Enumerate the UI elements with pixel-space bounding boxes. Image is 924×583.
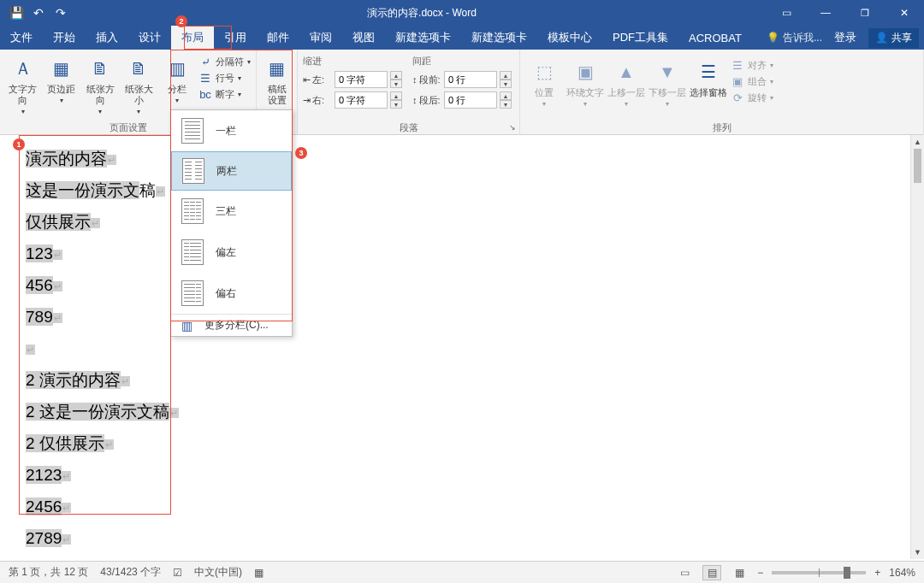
word-count[interactable]: 43/1423 个字 [100, 565, 161, 580]
text-line[interactable]: 演示的内容 [26, 555, 924, 559]
one-column-icon [181, 118, 204, 144]
print-layout-icon[interactable]: ▤ [702, 565, 721, 580]
language-status[interactable]: 中文(中国) [194, 565, 242, 580]
proofing-icon[interactable]: ☑ [173, 567, 182, 579]
line-numbers-button[interactable]: ☰行号 ▾ [198, 71, 251, 85]
tab-references[interactable]: 引用 [214, 26, 257, 50]
spin-down[interactable]: ▼ [500, 80, 512, 88]
three-column-icon [181, 198, 204, 224]
columns-button[interactable]: ▥分栏▾ [160, 51, 195, 104]
page-status[interactable]: 第 1 页，共 12 页 [9, 565, 88, 580]
text-line[interactable]: 123 [26, 244, 53, 262]
spin-up[interactable]: ▲ [390, 71, 402, 80]
document-area[interactable]: 演示的内容↵ 这是一份演示文稿↵ 仅供展示↵ 123↵ 456↵ 789↵ ↵ … [0, 135, 924, 559]
vertical-scrollbar[interactable]: ▲ ▼ [910, 135, 924, 559]
share-icon: 👤 [875, 32, 888, 44]
macro-icon[interactable]: ▦ [254, 567, 264, 579]
selection-pane-button[interactable]: ☰选择窗格 [690, 55, 727, 108]
tab-mailings[interactable]: 邮件 [257, 26, 299, 50]
indent-left-input[interactable] [335, 71, 388, 88]
columns-right[interactable]: 偏右 [171, 273, 292, 314]
selection-pane-icon: ☰ [695, 58, 722, 85]
ribbon-tab-bar: 文件 开始 插入 设计 布局 引用 邮件 审阅 视图 新建选项卡 新建选项卡 模… [0, 26, 924, 50]
zoom-slider[interactable] [772, 571, 866, 574]
tab-file[interactable]: 文件 [0, 26, 43, 50]
text-line[interactable]: 2 仅供展示 [26, 434, 104, 452]
breaks-icon: ⤶ [198, 55, 212, 68]
text-line[interactable]: 2789 [26, 529, 62, 547]
indent-right-input[interactable] [335, 91, 388, 109]
tab-design[interactable]: 设计 [128, 26, 171, 50]
text-line[interactable]: 仅供展示 [26, 213, 91, 231]
tab-templates[interactable]: 模板中心 [537, 26, 602, 50]
group-arrange: ⬚位置▾ ▣环绕文字▾ ▲上移一层▾ ▼下移一层▾ ☰选择窗格 ☰对齐 ▾ ▣组… [520, 50, 924, 135]
scroll-thumb[interactable] [914, 149, 921, 183]
text-line[interactable]: 这是一份演示文 [26, 181, 139, 199]
more-columns-icon: ▥ [181, 319, 192, 333]
spacing-before-input[interactable] [444, 71, 497, 88]
callout-3: 3 [295, 147, 307, 159]
tab-acrobat[interactable]: ACROBAT [678, 26, 752, 50]
left-column-icon [181, 239, 204, 265]
share-button[interactable]: 👤共享 [868, 28, 919, 48]
group-arrange-label: 排列 [525, 120, 918, 135]
text-line[interactable]: 2 演示的内容 [26, 371, 121, 389]
text-line[interactable]: 演示的内容 [26, 150, 107, 168]
web-layout-icon[interactable]: ▦ [730, 565, 749, 580]
paragraph-launcher[interactable]: ↘ [509, 123, 516, 132]
tab-home[interactable]: 开始 [43, 26, 86, 50]
tab-insert[interactable]: 插入 [86, 26, 128, 50]
hyphen-icon: bc [198, 87, 212, 101]
minimize-icon[interactable]: — [806, 0, 845, 26]
tab-pdf[interactable]: PDF工具集 [602, 26, 678, 50]
undo-icon[interactable]: ↶ [29, 3, 48, 22]
columns-left[interactable]: 偏左 [171, 232, 292, 273]
tab-new1[interactable]: 新建选项卡 [385, 26, 461, 50]
paper-size-button[interactable]: 🗎纸张大小▾ [121, 51, 157, 115]
columns-icon: ▥ [163, 55, 191, 82]
breaks-button[interactable]: ⤶分隔符 ▾ [198, 55, 251, 68]
scroll-down-icon[interactable]: ▼ [911, 545, 924, 559]
tab-new2[interactable]: 新建选项卡 [461, 26, 537, 50]
tab-layout[interactable]: 布局 [171, 26, 214, 50]
text-line[interactable]: 2123 [26, 466, 62, 484]
margins-button[interactable]: ▦页边距▾ [44, 51, 79, 104]
spin-up[interactable]: ▲ [390, 91, 402, 100]
spin-down[interactable]: ▼ [390, 80, 402, 88]
tab-review[interactable]: 审阅 [299, 26, 342, 50]
spin-up[interactable]: ▲ [500, 71, 512, 80]
columns-one[interactable]: 一栏 [171, 110, 292, 151]
line-number-icon: ☰ [198, 71, 212, 85]
ribbon-options-icon[interactable]: ▭ [767, 0, 806, 26]
text-line[interactable]: 2 这是一份演示文稿 [26, 403, 169, 421]
spin-up[interactable]: ▲ [500, 91, 512, 100]
tell-me[interactable]: 💡告诉我... [767, 31, 822, 45]
close-icon[interactable]: ✕ [885, 0, 924, 26]
spin-down[interactable]: ▼ [500, 100, 512, 109]
text-line[interactable]: 456 [26, 276, 53, 294]
zoom-out-icon[interactable]: − [757, 567, 763, 579]
zoom-level[interactable]: 164% [889, 567, 915, 579]
text-line[interactable]: 789 [26, 308, 53, 326]
orientation-button[interactable]: 🗎纸张方向▾ [82, 51, 117, 115]
rotate-icon: ⟳ [731, 91, 744, 104]
read-mode-icon[interactable]: ▭ [675, 565, 694, 580]
scroll-up-icon[interactable]: ▲ [911, 135, 924, 149]
hyphenation-button[interactable]: bc断字 ▾ [198, 87, 251, 101]
align-button: ☰对齐 ▾ [731, 58, 773, 72]
spacing-after-input[interactable] [444, 91, 497, 109]
columns-three[interactable]: 三栏 [171, 191, 292, 232]
columns-more[interactable]: ▥更多分栏(C)... [171, 314, 292, 336]
spin-down[interactable]: ▼ [390, 100, 402, 109]
tab-view[interactable]: 视图 [342, 26, 385, 50]
save-icon[interactable]: 💾 [7, 3, 26, 22]
columns-two[interactable]: 两栏 [171, 151, 292, 191]
restore-icon[interactable]: ❐ [845, 0, 885, 26]
login-link[interactable]: 登录 [827, 26, 863, 50]
document-body[interactable]: 演示的内容↵ 这是一份演示文稿↵ 仅供展示↵ 123↵ 456↵ 789↵ ↵ … [0, 135, 924, 559]
text-line[interactable]: 2456 [26, 498, 62, 515]
redo-icon[interactable]: ↷ [51, 3, 70, 22]
text-direction-button[interactable]: Ａ文字方向▾ [5, 51, 40, 115]
zoom-in-icon[interactable]: + [874, 567, 880, 579]
manuscript-paper-button[interactable]: ▦稿纸 设置 [262, 51, 292, 106]
